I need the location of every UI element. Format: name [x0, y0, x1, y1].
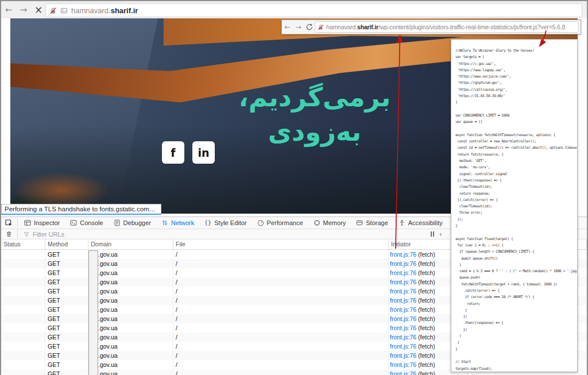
cell-status [1, 323, 45, 333]
cell-file: / [173, 305, 389, 314]
cell-file: / [173, 277, 389, 287]
initiator-link[interactable]: front.js:76 [390, 324, 416, 331]
divider [17, 230, 18, 238]
pause-icon[interactable] [431, 231, 434, 237]
performance-icon [257, 219, 264, 226]
tab-debugger[interactable]: Debugger [109, 217, 156, 229]
cell-file: / [173, 287, 389, 296]
initiator-note: (fetch) [416, 288, 435, 295]
braces-icon: {} [204, 219, 211, 226]
domain-redaction-box [88, 250, 98, 375]
column-header-method[interactable]: Method [45, 239, 88, 249]
initiator-link[interactable]: front.js:76 [390, 306, 416, 313]
reload-icon[interactable] [304, 24, 315, 30]
tab-label: Storage [366, 219, 388, 226]
cell-status [1, 305, 45, 314]
browser-window: ← → × hamnavard.sharif.ir برمی‌گردیم، به… [0, 0, 588, 375]
initiator-note: (fetch) [416, 297, 435, 304]
filter-icon [24, 231, 29, 237]
pick-element-icon[interactable] [1, 219, 16, 227]
address-bar[interactable]: hamnavard.sharif.ir [45, 3, 582, 17]
svg-text:{}: {} [204, 219, 211, 226]
facebook-button[interactable]: f [162, 141, 184, 164]
tab-performance[interactable]: Performance [252, 217, 308, 229]
tab-label: Debugger [123, 219, 151, 226]
initiator-link[interactable]: front.js:76 [390, 334, 416, 341]
tab-storage[interactable]: Storage [351, 217, 393, 229]
tab-network[interactable]: Network [156, 217, 199, 229]
initiator-note: (fetch) [416, 260, 435, 267]
chevron-left-icon[interactable]: ‹ [439, 230, 442, 238]
social-links: f in [162, 141, 215, 164]
initiator-link[interactable]: front.js:76 [390, 288, 416, 295]
overlay-url-text: hamnavard.sharif.ir/wp-content/plugins/v… [326, 24, 565, 30]
cell-file: / [173, 333, 389, 342]
clear-requests-icon[interactable] [1, 231, 16, 237]
initiator-link[interactable]: front.js:76 [390, 297, 416, 304]
tab-inspector[interactable]: Inspector [19, 217, 65, 229]
initiator-link[interactable]: front.js:76 [390, 315, 416, 322]
initiator-note: (fetch) [416, 361, 435, 368]
cell-file: / [173, 250, 389, 259]
insecure-lock-icon[interactable] [49, 7, 57, 14]
tab-style-editor[interactable]: {}Style Editor [199, 217, 252, 229]
debugger-icon [114, 219, 121, 226]
filter-urls-input[interactable] [32, 230, 137, 238]
column-header-status[interactable]: Status [1, 239, 45, 249]
cell-method: GET [45, 268, 88, 277]
tab-label: Console [80, 219, 103, 226]
tab-label: Style Editor [214, 219, 246, 226]
cell-method: GET [45, 351, 88, 360]
stop-button[interactable]: × [31, 4, 46, 16]
tab-memory[interactable]: Memory [308, 217, 351, 229]
cell-domain: .gov.ua [88, 268, 173, 277]
tab-label: Accessibility [408, 219, 443, 226]
cell-status [1, 314, 45, 323]
initiator-link[interactable]: front.js:76 [390, 370, 416, 375]
cell-status [1, 268, 45, 277]
initiator-link[interactable]: front.js:76 [390, 352, 416, 359]
cell-file: / [173, 268, 389, 277]
cell-method: GET [45, 333, 88, 342]
browser-toolbar: ← → × hamnavard.sharif.ir [1, 1, 587, 18]
column-header-file[interactable]: File [173, 239, 389, 249]
overlay-url-field[interactable]: hamnavard.sharif.ir/wp-content/plugins/v… [315, 21, 579, 33]
initiator-link[interactable]: front.js:76 [390, 343, 416, 350]
tab-label: Inspector [34, 219, 60, 226]
initiator-link[interactable]: front.js:76 [390, 279, 416, 285]
headline-line-1: برمی‌گردیم، [223, 80, 407, 115]
forward-button[interactable]: → [16, 5, 31, 15]
cell-method: GET [45, 277, 88, 287]
cell-status [1, 342, 45, 351]
tab-accessibility[interactable]: Accessibility [393, 217, 448, 229]
overlay-insecure-lock-icon[interactable] [318, 24, 324, 30]
headline-line-2: به‌زودی [223, 115, 407, 149]
cell-status [1, 287, 45, 296]
network-icon [161, 219, 168, 226]
cell-method: GET [45, 296, 88, 305]
overlay-address-bar: ← → hamnavard.sharif.ir/wp-content/plugi… [281, 20, 581, 34]
initiator-link[interactable]: front.js:76 [390, 269, 416, 276]
cell-method: GET [45, 360, 88, 369]
url-text: hamnavard.sharif.ir [71, 6, 138, 15]
initiator-link[interactable]: front.js:76 [390, 260, 416, 267]
back-button[interactable]: ← [1, 5, 16, 15]
tab-console[interactable]: Console [65, 217, 108, 229]
cell-method: GET [45, 305, 88, 314]
initiator-link[interactable]: front.js:76 [390, 251, 416, 258]
cell-file: / [173, 296, 389, 305]
cell-domain: .gov.ua [88, 305, 173, 314]
page-thumbnail-icon [60, 7, 68, 14]
cell-method: GET [45, 287, 88, 296]
column-header-domain[interactable]: Domain [88, 239, 173, 249]
cell-status [1, 351, 45, 360]
overlay-back-button[interactable]: ← [282, 23, 293, 31]
linkedin-button[interactable]: in [192, 141, 215, 164]
status-tooltip: Performing a TLS handshake to fonts.gsta… [1, 204, 161, 215]
initiator-note: (fetch) [416, 269, 435, 276]
initiator-note: (fetch) [416, 334, 435, 341]
initiator-link[interactable]: front.js:76 [390, 361, 416, 368]
overlay-forward-button[interactable]: → [293, 23, 304, 31]
coming-soon-headline: برمی‌گردیم، به‌زودی [223, 80, 407, 149]
accessibility-icon [399, 219, 405, 226]
